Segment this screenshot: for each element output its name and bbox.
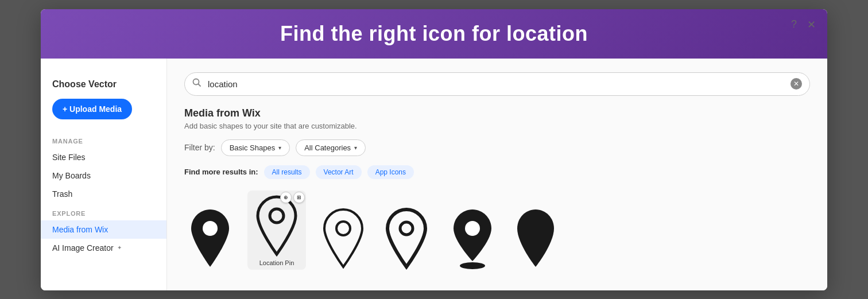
icon-item-5[interactable]: [444, 207, 501, 270]
chevron-down-icon-2: ▾: [354, 145, 357, 151]
icons-grid: ⊕ ⊞ Location Pin: [184, 191, 810, 270]
tag-vector-art[interactable]: Vector Art: [316, 165, 362, 179]
svg-point-4: [336, 222, 350, 235]
filter-all-categories-dropdown[interactable]: All Categories ▾: [296, 139, 366, 156]
sidebar-item-my-boards[interactable]: My Boards: [41, 166, 166, 185]
chevron-down-icon: ▾: [278, 145, 281, 151]
search-icon: [192, 78, 202, 90]
icon-item-1[interactable]: [184, 207, 236, 270]
banner: Find the right icon for location: [41, 9, 827, 59]
tag-app-icons[interactable]: App Icons: [367, 165, 414, 179]
tag-all-results[interactable]: All results: [264, 165, 310, 179]
filter-label: Filter by:: [184, 143, 215, 152]
upload-media-button[interactable]: + Upload Media: [52, 99, 132, 119]
media-from-subtitle: Add basic shapes to your site that are c…: [184, 122, 810, 130]
svg-point-6: [465, 221, 480, 236]
svg-point-2: [203, 221, 218, 236]
icon-2-label: Location Pin: [259, 259, 294, 266]
svg-point-5: [400, 222, 413, 235]
icon-item-6[interactable]: [513, 207, 559, 270]
sidebar: Choose Vector + Upload Media MANAGE Site…: [41, 59, 167, 290]
manage-section-label: MANAGE: [41, 131, 166, 148]
icon-item-2[interactable]: ⊕ ⊞ Location Pin: [247, 191, 306, 270]
ai-badge: ✦: [117, 244, 122, 251]
main-content: ✕ Media from Wix Add basic shapes to you…: [167, 59, 827, 290]
sidebar-item-ai-image-creator[interactable]: AI Image Creator ✦: [41, 239, 166, 257]
sidebar-item-media-from-wix[interactable]: Media from Wix: [41, 220, 166, 239]
find-more-row: Find more results in: All results Vector…: [184, 165, 810, 179]
icon-item-4[interactable]: [381, 207, 432, 270]
icon-action-buttons: ⊕ ⊞: [280, 192, 305, 203]
filter-basic-shapes-dropdown[interactable]: Basic Shapes ▾: [221, 139, 290, 156]
filter-row: Filter by: Basic Shapes ▾ All Categories…: [184, 139, 810, 156]
search-input[interactable]: [184, 72, 810, 96]
filter-basic-shapes-label: Basic Shapes: [230, 143, 276, 152]
sidebar-panel-title: Choose Vector: [41, 70, 166, 90]
modal-body: Choose Vector + Upload Media MANAGE Site…: [41, 59, 827, 290]
modal-header-controls: ? ✕: [789, 16, 818, 33]
svg-line-1: [199, 84, 201, 87]
explore-section-label: EXPLORE: [41, 203, 166, 220]
icon-action-btn-2[interactable]: ⊞: [293, 192, 305, 203]
modal-container: Find the right icon for location ? ✕ Cho…: [41, 9, 827, 290]
help-button[interactable]: ?: [789, 16, 799, 33]
banner-title: Find the right icon for location: [280, 22, 588, 45]
sidebar-item-trash[interactable]: Trash: [41, 185, 166, 203]
svg-point-7: [460, 262, 485, 269]
icon-item-3[interactable]: [317, 207, 369, 270]
search-clear-button[interactable]: ✕: [790, 78, 802, 90]
filter-all-categories-label: All Categories: [304, 143, 351, 152]
sidebar-item-site-files[interactable]: Site Files: [41, 148, 166, 166]
svg-point-3: [270, 209, 284, 223]
close-button[interactable]: ✕: [805, 16, 818, 33]
media-from-title: Media from Wix: [184, 107, 810, 119]
icon-action-btn-1[interactable]: ⊕: [280, 192, 292, 203]
find-more-label: Find more results in:: [184, 168, 258, 176]
search-bar-wrapper: ✕: [184, 72, 810, 96]
